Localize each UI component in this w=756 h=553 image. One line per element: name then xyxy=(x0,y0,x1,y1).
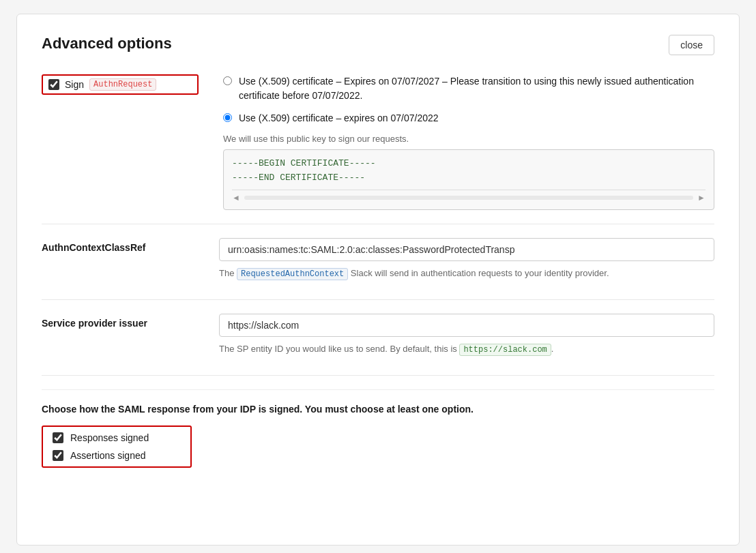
cert-radio-1[interactable] xyxy=(223,76,232,85)
service-provider-input[interactable] xyxy=(219,314,714,337)
divider-3 xyxy=(42,375,714,376)
sp-help-suffix: . xyxy=(551,344,554,354)
assertions-signed-item: Assertions signed xyxy=(53,450,181,461)
service-provider-content: The SP entity ID you would like us to se… xyxy=(219,314,714,356)
certificate-options: Use (X.509) certificate – Expires on 07/… xyxy=(223,74,714,210)
scroll-track xyxy=(244,196,693,200)
service-provider-help: The SP entity ID you would like us to se… xyxy=(219,342,714,356)
service-provider-label: Service provider issuer xyxy=(42,314,219,329)
modal-title: Advanced options xyxy=(42,35,172,53)
scroll-left-icon[interactable]: ◄ xyxy=(232,193,240,203)
authn-context-help: The RequestedAuthnContext Slack will sen… xyxy=(219,267,714,280)
cert-scrollbar: ◄ ► xyxy=(232,190,706,203)
advanced-options-modal: Advanced options close Sign AuthnRequest… xyxy=(16,14,740,545)
certificate-content: -----BEGIN CERTIFICATE----- -----END CER… xyxy=(232,157,706,185)
service-provider-section: Service provider issuer The SP entity ID… xyxy=(42,314,714,356)
cert-option-1-text: Use (X.509) certificate – Expires on 07/… xyxy=(239,74,714,103)
saml-signing-checkboxes: Responses signed Assertions signed xyxy=(42,425,192,468)
saml-signing-title: Choose how the SAML response from your I… xyxy=(42,404,714,415)
sign-authn-label-box: Sign AuthnRequest xyxy=(42,74,199,95)
authn-context-input[interactable] xyxy=(219,238,714,261)
cert-option-2-text: Use (X.509) certificate – expires on 07/… xyxy=(239,111,439,125)
sign-authn-checkbox[interactable] xyxy=(48,79,59,90)
requested-authn-context-tag: RequestedAuthnContext xyxy=(237,268,348,280)
scroll-right-icon[interactable]: ► xyxy=(697,193,706,203)
sign-authn-section: Sign AuthnRequest Use (X.509) certificat… xyxy=(42,74,714,210)
authn-request-tag: AuthnRequest xyxy=(89,78,156,91)
sign-label: Sign xyxy=(65,79,84,90)
saml-signing-section: Choose how the SAML response from your I… xyxy=(42,389,714,468)
authn-context-label: AuthnContextClassRef xyxy=(42,238,219,253)
responses-signed-item: Responses signed xyxy=(53,432,181,443)
authn-context-help-prefix: The xyxy=(219,268,237,278)
radio-option-2: Use (X.509) certificate – expires on 07/… xyxy=(223,111,714,125)
divider-1 xyxy=(42,224,714,224)
divider-2 xyxy=(42,299,714,300)
cert-radio-2[interactable] xyxy=(223,113,232,122)
assertions-signed-label: Assertions signed xyxy=(70,450,146,461)
authn-context-section: AuthnContextClassRef The RequestedAuthnC… xyxy=(42,238,714,280)
responses-signed-label: Responses signed xyxy=(70,432,149,443)
certificate-textarea-container: -----BEGIN CERTIFICATE----- -----END CER… xyxy=(223,149,714,210)
public-key-hint: We will use this public key to sign our … xyxy=(223,134,714,144)
authn-context-content: The RequestedAuthnContext Slack will sen… xyxy=(219,238,714,280)
modal-header: Advanced options close xyxy=(42,35,714,55)
sp-help-prefix: The SP entity ID you would like us to se… xyxy=(219,344,459,354)
cert-line-1: -----BEGIN CERTIFICATE----- xyxy=(232,157,706,171)
close-button[interactable]: close xyxy=(669,35,714,55)
assertions-signed-checkbox[interactable] xyxy=(53,450,63,461)
responses-signed-checkbox[interactable] xyxy=(53,432,63,443)
radio-option-1: Use (X.509) certificate – Expires on 07/… xyxy=(223,74,714,103)
slack-url-tag: https://slack.com xyxy=(459,344,551,356)
cert-line-2: -----END CERTIFICATE----- xyxy=(232,171,706,185)
authn-context-help-suffix: Slack will send in authentication reques… xyxy=(348,268,609,278)
